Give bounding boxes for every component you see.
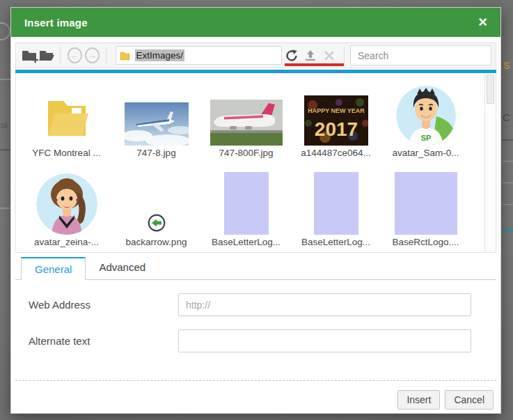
file-list-scrollbar-track[interactable]: [484, 73, 496, 252]
dialog-title: Insert image: [24, 17, 88, 29]
cancel-button[interactable]: Cancel: [445, 390, 494, 410]
alternate-text-label: Alternate text: [15, 335, 178, 347]
alternate-text-row: Alternate text: [15, 329, 496, 352]
dimmed-background-circle: [0, 22, 10, 40]
photo-plane-sky-thumbnail: [111, 73, 201, 146]
web-address-field[interactable]: [178, 293, 471, 316]
toolbar-separator: [344, 47, 345, 64]
web-address-row: Web Address: [15, 293, 496, 316]
photo-plane-cargo-thumbnail: [201, 73, 291, 146]
file-name-label: BaseRctLogo....: [392, 235, 459, 250]
file-name-label: 747-800F.jpg: [219, 146, 273, 161]
dimmed-background-line: [503, 161, 513, 162]
avatar-female-thumbnail: [22, 162, 111, 235]
file-grid: YFC Montreal ... 747-8.jpg 747-800F.jpg: [16, 73, 485, 252]
photo-newyear-thumbnail: HAPPY NEW YEAR 2017: [291, 73, 381, 146]
file-item[interactable]: backarrow.png: [111, 162, 201, 251]
refresh-icon[interactable]: [284, 47, 299, 64]
file-item[interactable]: 747-800F.jpg: [201, 73, 291, 162]
dimmed-background-line: [503, 204, 513, 205]
address-folder-icon: [120, 51, 130, 61]
folder-thumbnail: [22, 73, 111, 146]
upload-icon[interactable]: [303, 47, 317, 64]
web-address-label: Web Address: [15, 299, 178, 311]
dimmed-background-line: [0, 149, 10, 150]
annotation-red-underline: [285, 63, 344, 66]
file-name-label: 747-8.jpg: [136, 146, 175, 161]
file-item[interactable]: BaseRctLogo....: [381, 162, 471, 251]
file-name-label: BaseLetterLog...: [212, 235, 281, 250]
file-item[interactable]: YFC Montreal ...: [22, 73, 111, 162]
file-name-label: YFC Montreal ...: [32, 146, 100, 161]
tab-advanced[interactable]: Advanced: [86, 256, 159, 279]
file-item[interactable]: BaseLetterLog...: [201, 162, 291, 251]
close-icon[interactable]: ×: [478, 15, 487, 29]
icon-back-arrow-thumbnail: [111, 162, 201, 235]
dimmed-background-line: [503, 182, 513, 183]
file-name-label: a144487ce064...: [301, 146, 371, 161]
dialog-titlebar: Insert image ×: [11, 8, 500, 37]
file-item[interactable]: avatar_zeina-...: [22, 162, 111, 251]
dimmed-background-letter: C: [503, 111, 510, 123]
dimmed-background-line: [503, 139, 513, 141]
placeholder-rect-thumbnail: [291, 162, 381, 235]
open-folder-icon[interactable]: [38, 47, 55, 64]
delete-icon[interactable]: [322, 47, 337, 64]
toolbar-separator: [60, 47, 61, 64]
dialog-footer: Insert Cancel: [397, 390, 494, 410]
address-bar[interactable]: ExtImages/: [116, 46, 283, 65]
placeholder-rect-wide-thumbnail: [381, 162, 471, 235]
file-list: YFC Montreal ... 747-8.jpg 747-800F.jpg: [15, 73, 496, 253]
file-item[interactable]: 747-8.jpg: [111, 73, 201, 162]
file-name-label: BaseLetterLog...: [301, 235, 370, 250]
new-folder-icon[interactable]: [22, 47, 38, 64]
tab-general[interactable]: General: [21, 257, 86, 280]
placeholder-rect-thumbnail: [201, 162, 291, 235]
dimmed-background-line: [0, 79, 10, 80]
svg-text:2017: 2017: [314, 118, 357, 140]
screen: sl S C Insert image ×: [0, 0, 513, 420]
file-browser-toolbar: ← → ExtImages/: [15, 42, 496, 68]
toolbar-separator: [106, 47, 107, 64]
file-name-label: backarrow.png: [126, 235, 187, 250]
insert-image-dialog: Insert image × ← →: [10, 7, 501, 414]
address-path-text: ExtImages/: [135, 49, 185, 61]
tabstrip: General Advanced: [15, 256, 496, 280]
file-item[interactable]: HAPPY NEW YEAR 2017a144487ce064...: [291, 73, 381, 162]
file-item[interactable]: BaseLetterLog...: [291, 162, 381, 251]
alternate-text-field[interactable]: [178, 329, 471, 352]
dimmed-background-line: [0, 208, 10, 209]
file-name-label: avatar_Sam-0...: [392, 146, 459, 161]
file-name-label: avatar_zeina-...: [34, 235, 99, 250]
svg-text:SP: SP: [420, 134, 431, 142]
forward-icon[interactable]: →: [85, 47, 100, 63]
search-input[interactable]: [350, 45, 491, 65]
dimmed-background-letter: S: [503, 60, 510, 71]
back-icon[interactable]: ←: [68, 47, 82, 63]
file-list-scrollbar-thumb[interactable]: [487, 75, 494, 104]
insert-button[interactable]: Insert: [397, 390, 440, 410]
dimmed-background-accent-line: [503, 229, 513, 231]
dimmed-background-text: sl: [1, 120, 7, 130]
file-item[interactable]: SP avatar_Sam-0...: [381, 73, 471, 162]
avatar-male-thumbnail: SP: [381, 73, 471, 146]
svg-text:HAPPY NEW YEAR: HAPPY NEW YEAR: [308, 107, 365, 114]
footer-divider: [15, 380, 496, 381]
